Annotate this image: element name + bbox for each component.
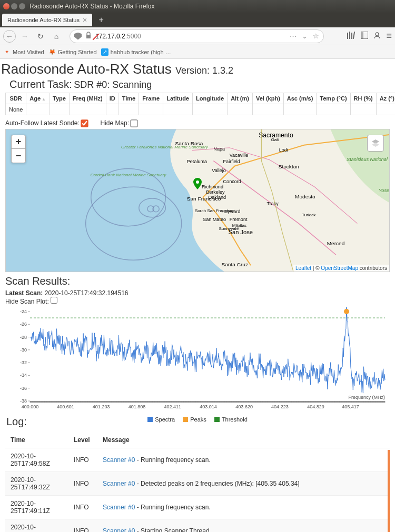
col-ascms[interactable]: Asc (m/s) <box>283 93 317 104</box>
svg-text:San Mateo: San Mateo <box>203 217 226 222</box>
col-az[interactable]: Az (°) <box>376 93 395 104</box>
back-button[interactable]: ← <box>3 30 16 43</box>
window-maximize-button[interactable] <box>19 3 25 9</box>
svg-text:Lodi: Lodi <box>279 147 288 153</box>
library-icon[interactable] <box>347 32 355 41</box>
sidebar-icon[interactable] <box>361 32 368 41</box>
sonde-data-table: SDRAge▲TypeFreq (MHz)IDTimeFrameLatitude… <box>5 93 395 115</box>
bookmark-most-visited[interactable]: ✦Most Visited <box>3 48 44 56</box>
log-level: INFO <box>68 496 97 519</box>
cell: None <box>6 104 26 115</box>
svg-rect-1 <box>347 33 348 39</box>
map-container[interactable]: Sacramento Santa Rosa Napa Vacaville Fai… <box>5 129 390 272</box>
svg-point-45 <box>196 180 199 184</box>
col-frame[interactable]: Frame <box>139 93 163 104</box>
svg-text:-36: -36 <box>20 386 27 391</box>
map-layers-button[interactable] <box>367 135 384 152</box>
hide-scan-plot-checkbox[interactable] <box>51 297 57 304</box>
insecure-icon <box>85 32 92 41</box>
col-type[interactable]: Type <box>50 93 70 104</box>
svg-text:Santa Cruz: Santa Cruz <box>222 262 248 267</box>
svg-text:Fremont: Fremont <box>230 217 248 222</box>
tab-close-icon[interactable]: × <box>83 16 87 24</box>
zoom-in-button[interactable]: + <box>12 135 25 149</box>
map-zoom-control: + − <box>11 135 26 163</box>
bookmark-habhub[interactable]: ↗habhub tracker (high … <box>101 48 171 56</box>
cell <box>118 104 139 115</box>
log-scroll-indicator <box>388 450 390 532</box>
cell <box>69 104 106 115</box>
legend-peaks: Peaks <box>183 416 206 423</box>
autofollow-checkbox[interactable] <box>81 120 88 127</box>
autofollow-option[interactable]: Auto-Follow Latest Sonde: <box>5 119 88 127</box>
svg-text:Tracy: Tracy <box>266 201 279 206</box>
zoom-out-button[interactable]: − <box>12 149 25 163</box>
log-level: INFO <box>68 448 97 472</box>
cell <box>376 104 395 115</box>
new-tab-button[interactable]: + <box>94 14 108 26</box>
osm-link[interactable]: OpenStreetMap <box>321 265 358 271</box>
cell <box>192 104 227 115</box>
window-title: Radiosonde Auto-RX Status - Mozilla Fire… <box>29 3 154 10</box>
latest-scan-label: Latest Scan: <box>5 289 43 297</box>
url-host: 172.17.0.2:5000 <box>95 33 141 40</box>
col-latitude[interactable]: Latitude <box>163 93 193 104</box>
leaflet-link[interactable]: Leaflet <box>295 265 311 271</box>
svg-text:-28: -28 <box>20 335 27 340</box>
cell <box>252 104 283 115</box>
svg-point-7 <box>376 33 379 36</box>
col-tempc[interactable]: Temp (°C) <box>317 93 350 104</box>
col-age[interactable]: Age▲ <box>26 93 50 104</box>
toolbar-right: ≡ <box>347 31 392 42</box>
page-actions-icon[interactable]: ⋯ <box>290 32 297 40</box>
forward-button[interactable]: → <box>18 29 32 43</box>
reload-button[interactable]: ↻ <box>34 29 47 43</box>
tab-label: Radiosonde Auto-RX Status <box>7 17 80 23</box>
reader-mode-icon[interactable]: ⌄ <box>302 32 308 40</box>
log-header-level: Level <box>68 432 97 448</box>
col-id[interactable]: ID <box>106 93 118 104</box>
svg-text:-34: -34 <box>20 373 27 378</box>
legend-spectra: Spectra <box>147 416 175 423</box>
hidemap-option[interactable]: Hide Map: <box>100 119 137 127</box>
col-freqmhz[interactable]: Freq (MHz) <box>69 93 106 104</box>
svg-text:Fairfield: Fairfield <box>223 159 240 164</box>
svg-text:Napa: Napa <box>213 146 225 152</box>
log-row: 2020-10-25T17:49:58Z INFO Scanner #0 - R… <box>5 448 390 472</box>
window-close-button[interactable] <box>3 3 9 9</box>
svg-text:Cordell Bank National Marine S: Cordell Bank National Marine Sanctuary <box>91 173 167 178</box>
url-right-icons: ⋯ ⌄ ☆ <box>290 32 319 40</box>
svg-text:Turlock: Turlock <box>302 213 316 217</box>
col-sdr[interactable]: SDR <box>6 93 26 104</box>
bookmark-getting-started[interactable]: 🦊Getting Started <box>48 48 97 56</box>
col-altm[interactable]: Alt (m) <box>228 93 253 104</box>
account-icon[interactable] <box>373 32 381 41</box>
legend-threshold: Threshold <box>214 416 248 423</box>
svg-text:403.620: 403.620 <box>235 404 253 409</box>
col-longitude[interactable]: Longitude <box>192 93 227 104</box>
col-rh[interactable]: RH (%) <box>350 93 376 104</box>
svg-text:405.417: 405.417 <box>342 404 359 409</box>
col-velkph[interactable]: Vel (kph) <box>252 93 283 104</box>
map-attribution: Leaflet | © OpenStreetMap contributors <box>293 265 389 272</box>
hide-scan-plot-label: Hide Scan Plot: <box>5 298 49 305</box>
log-header-time: Time <box>5 432 68 448</box>
svg-rect-2 <box>349 32 350 39</box>
browser-tab[interactable]: Radiosonde Auto-RX Status × <box>2 14 92 26</box>
svg-rect-0 <box>86 35 91 38</box>
log-level: INFO <box>68 519 97 532</box>
hidemap-checkbox[interactable] <box>131 120 138 127</box>
svg-text:-30: -30 <box>20 347 27 353</box>
svg-text:Sunnyvale: Sunnyvale <box>219 226 239 231</box>
log-time: 2020-10-25T17:49:58Z <box>5 448 68 472</box>
home-button[interactable]: ⌂ <box>50 29 63 43</box>
svg-text:400.000: 400.000 <box>22 404 39 409</box>
url-bar[interactable]: 172.17.0.2:5000 ⋯ ⌄ ☆ <box>70 29 324 43</box>
col-time[interactable]: Time <box>118 93 139 104</box>
svg-text:Galt: Galt <box>271 137 280 142</box>
map-svg: Sacramento Santa Rosa Napa Vacaville Fai… <box>6 129 389 272</box>
window-minimize-button[interactable] <box>11 3 17 9</box>
bookmark-star-icon[interactable]: ☆ <box>313 32 319 40</box>
hamburger-menu-icon[interactable]: ≡ <box>386 31 392 42</box>
svg-text:Stanislaus National Forest: Stanislaus National Forest <box>347 157 389 162</box>
